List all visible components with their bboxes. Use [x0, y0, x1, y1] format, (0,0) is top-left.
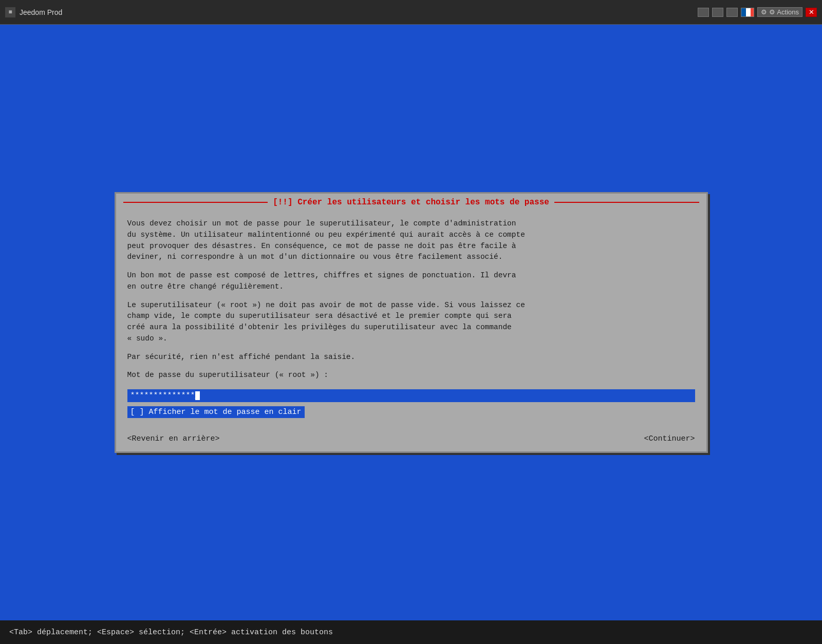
dialog-text-area: Vous devez choisir un mot de passe pour … — [127, 218, 695, 381]
restore-button[interactable] — [698, 8, 709, 17]
close-icon: ✕ — [809, 8, 814, 16]
gear-icon: ⚙ — [761, 8, 767, 16]
actions-label: ⚙ Actions — [769, 8, 799, 16]
paragraph-5: Mot de passe du superutilisateur (« root… — [127, 370, 695, 381]
continue-button[interactable]: <Continuer> — [644, 434, 695, 443]
dialog-title: [!!] Créer les utilisateurs et choisir l… — [273, 198, 549, 207]
titlebar-title: Jeedom Prod — [20, 8, 62, 16]
maximize-button[interactable] — [726, 8, 738, 17]
dialog-buttons: <Revenir en arrière> <Continuer> — [116, 430, 706, 451]
checkbox-label: [ ] Afficher le mot de passe en clair — [130, 408, 302, 416]
title-line-right — [554, 202, 699, 203]
close-button[interactable]: ✕ — [806, 8, 817, 17]
dialog-box: [!!] Créer les utilisateurs et choisir l… — [115, 192, 708, 453]
titlebar-right: ⚙ ⚙ Actions ✕ — [698, 7, 817, 17]
cursor: _ — [195, 391, 200, 400]
statusbar-text: <Tab> déplacement; <Espace> sélection; <… — [9, 628, 333, 637]
statusbar: <Tab> déplacement; <Espace> sélection; <… — [0, 620, 822, 644]
paragraph-4: Par sécurité, rien n'est affiché pendant… — [127, 352, 695, 363]
dialog-body: Vous devez choisir un mot de passe pour … — [116, 211, 706, 430]
paragraph-1: Vous devez choisir un mot de passe pour … — [127, 218, 695, 263]
titlebar-left: ■ Jeedom Prod — [5, 7, 62, 17]
actions-button[interactable]: ⚙ ⚙ Actions — [757, 7, 802, 17]
title-line-left — [123, 202, 268, 203]
paragraph-3: Le superutilisateur (« root ») ne doit p… — [127, 300, 695, 345]
flag-button[interactable] — [741, 8, 754, 17]
password-value: ************** — [130, 391, 195, 400]
dialog-titlebar: [!!] Créer les utilisateurs et choisir l… — [116, 194, 706, 211]
minimize-button[interactable] — [712, 8, 723, 17]
paragraph-2: Un bon mot de passe est composé de lettr… — [127, 270, 695, 293]
back-button[interactable]: <Revenir en arrière> — [127, 434, 220, 443]
main-area: [!!] Créer les utilisateurs et choisir l… — [0, 25, 822, 620]
show-password-checkbox[interactable]: [ ] Afficher le mot de passe en clair — [127, 406, 305, 418]
titlebar-icon: ■ — [5, 7, 15, 17]
password-input[interactable]: **************_ — [127, 389, 695, 402]
titlebar: ■ Jeedom Prod ⚙ ⚙ Actions ✕ — [0, 0, 822, 25]
